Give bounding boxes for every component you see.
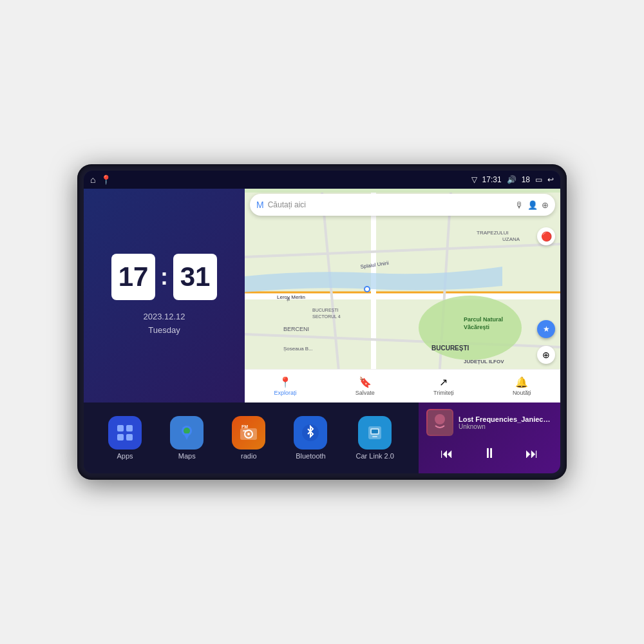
music-title: Lost Frequencies_Janieck Devy-... bbox=[459, 415, 553, 423]
radio-svg: FM bbox=[239, 423, 258, 442]
clock-display: 17 : 31 bbox=[111, 254, 217, 300]
maps-pin-svg bbox=[177, 423, 196, 442]
svg-text:JUDEȚUL ILFOV: JUDEȚUL ILFOV bbox=[464, 359, 504, 365]
nav-send[interactable]: ↗ Trimiteți bbox=[433, 376, 454, 396]
nav-news[interactable]: 🔔 Noutăți bbox=[513, 376, 531, 396]
map-location-button[interactable]: ⊕ bbox=[537, 346, 555, 364]
day-line: Tuesday bbox=[143, 324, 185, 337]
mic-icon[interactable]: 🎙 bbox=[515, 200, 524, 210]
map-bottom-bar: 📍 Explorați 🔖 Salvate ↗ Trimiteți 🔔 bbox=[245, 369, 560, 402]
music-info: Lost Frequencies_Janieck Devy-... Unknow… bbox=[459, 415, 553, 430]
saved-icon: 🔖 bbox=[359, 376, 372, 388]
nav-explore[interactable]: 📍 Explorați bbox=[274, 376, 297, 396]
apps-label: Apps bbox=[117, 452, 133, 460]
bluetooth-label: Bluetooth bbox=[296, 452, 325, 460]
location-icon[interactable]: 📍 bbox=[100, 175, 111, 185]
radio-app-icon: FM bbox=[232, 416, 265, 450]
app-apps[interactable]: Apps bbox=[108, 416, 142, 460]
main-content: 17 : 31 2023.12.12 Tuesday bbox=[84, 189, 560, 473]
music-controls: ⏮ ⏸ ⏭ bbox=[426, 440, 553, 467]
profile-icon[interactable]: 👤 bbox=[527, 200, 538, 210]
svg-text:Leroy Merlin: Leroy Merlin bbox=[277, 294, 305, 300]
maps-app-icon bbox=[170, 416, 204, 450]
album-art-svg bbox=[428, 410, 452, 435]
explore-icon: 📍 bbox=[279, 376, 292, 388]
volume-level: 18 bbox=[522, 175, 530, 184]
maps-pin-icon: M bbox=[256, 200, 264, 210]
clock-colon: : bbox=[160, 263, 168, 290]
news-label: Noutăți bbox=[513, 390, 531, 396]
carlink-svg bbox=[366, 424, 384, 442]
carlink-label: Car Link 2.0 bbox=[356, 452, 394, 460]
apps-dock: Apps Maps bbox=[84, 402, 419, 473]
svg-rect-41 bbox=[372, 436, 377, 437]
clock-panel: 17 : 31 2023.12.12 Tuesday bbox=[84, 189, 245, 402]
news-icon: 🔔 bbox=[515, 376, 528, 388]
svg-rect-27 bbox=[117, 434, 124, 440]
radio-label: radio bbox=[241, 452, 256, 460]
music-top: Lost Frequencies_Janieck Devy-... Unknow… bbox=[426, 409, 553, 436]
clock-date: 2023.12.12 Tuesday bbox=[143, 310, 185, 337]
map-panel[interactable]: Parcul Natural Văcărești BUCUREȘTI JUDEȚ… bbox=[245, 189, 560, 402]
app-radio[interactable]: FM radio bbox=[232, 416, 265, 460]
map-search-icons: 🎙 👤 ⊕ bbox=[515, 200, 549, 210]
send-icon: ↗ bbox=[439, 376, 448, 388]
hours-digit: 17 bbox=[118, 261, 149, 292]
layers-icon[interactable]: ⊕ bbox=[542, 200, 549, 210]
status-right: ▽ 17:31 🔊 18 ▭ ↩ bbox=[471, 175, 554, 184]
battery-icon: ▭ bbox=[535, 175, 542, 184]
svg-text:BUCUREȘTI: BUCUREȘTI bbox=[431, 345, 469, 352]
svg-rect-35 bbox=[243, 430, 248, 431]
map-search-bar[interactable]: M Căutați aici 🎙 👤 ⊕ bbox=[250, 194, 555, 216]
bottom-section: Apps Maps bbox=[84, 402, 560, 473]
time-display: 17:31 bbox=[482, 175, 502, 184]
app-carlink[interactable]: Car Link 2.0 bbox=[356, 416, 394, 460]
map-red-pin: 🔴 bbox=[537, 227, 555, 245]
svg-text:BERCENI: BERCENI bbox=[283, 326, 309, 332]
svg-rect-40 bbox=[372, 430, 378, 433]
car-head-unit: ⌂ 📍 ▽ 17:31 🔊 18 ▭ ↩ 17 bbox=[77, 164, 567, 480]
svg-text:Văcărești: Văcărești bbox=[464, 324, 489, 330]
apps-grid-icon bbox=[116, 424, 134, 442]
app-bluetooth[interactable]: Bluetooth bbox=[294, 416, 327, 460]
svg-rect-25 bbox=[117, 425, 124, 431]
svg-rect-26 bbox=[126, 425, 133, 431]
music-thumbnail bbox=[426, 409, 453, 436]
next-button[interactable]: ⏭ bbox=[520, 445, 544, 462]
svg-text:Șoseaua B...: Șoseaua B... bbox=[283, 346, 313, 352]
app-maps[interactable]: Maps bbox=[170, 416, 204, 460]
svg-text:BUCUREȘTI: BUCUREȘTI bbox=[312, 308, 339, 313]
bluetooth-app-icon bbox=[294, 416, 327, 450]
top-section: 17 : 31 2023.12.12 Tuesday bbox=[84, 189, 560, 402]
svg-text:TRAPEZULUI: TRAPEZULUI bbox=[477, 230, 509, 236]
apps-icon bbox=[108, 416, 142, 450]
signal-icon: ▽ bbox=[471, 175, 477, 184]
search-placeholder-text[interactable]: Căutați aici bbox=[268, 200, 511, 209]
explore-label: Explorați bbox=[274, 390, 297, 396]
svg-rect-28 bbox=[126, 434, 133, 440]
music-artist: Unknown bbox=[459, 423, 553, 430]
music-player: Lost Frequencies_Janieck Devy-... Unknow… bbox=[419, 402, 560, 473]
nav-saved[interactable]: 🔖 Salvate bbox=[355, 376, 375, 396]
home-icon[interactable]: ⌂ bbox=[90, 175, 95, 185]
minutes-block: 31 bbox=[173, 254, 217, 300]
carlink-app-icon bbox=[358, 416, 392, 450]
svg-point-18 bbox=[365, 287, 369, 291]
map-compass-button[interactable]: ★ bbox=[537, 320, 555, 338]
svg-point-34 bbox=[247, 433, 250, 435]
back-icon[interactable]: ↩ bbox=[547, 175, 554, 184]
svg-marker-31 bbox=[184, 433, 190, 440]
status-bar: ⌂ 📍 ▽ 17:31 🔊 18 ▭ ↩ bbox=[84, 171, 560, 189]
svg-text:Parcul Natural: Parcul Natural bbox=[464, 316, 503, 323]
svg-text:și: și bbox=[287, 297, 290, 302]
svg-text:FM: FM bbox=[242, 424, 248, 429]
bluetooth-svg bbox=[301, 424, 319, 442]
screen: ⌂ 📍 ▽ 17:31 🔊 18 ▭ ↩ 17 bbox=[84, 171, 560, 473]
hours-block: 17 bbox=[111, 254, 155, 300]
svg-point-30 bbox=[184, 428, 190, 434]
svg-point-43 bbox=[435, 414, 445, 424]
date-line: 2023.12.12 bbox=[143, 310, 185, 324]
send-label: Trimiteți bbox=[433, 390, 454, 396]
prev-button[interactable]: ⏮ bbox=[435, 445, 459, 462]
play-pause-button[interactable]: ⏸ bbox=[477, 444, 502, 463]
